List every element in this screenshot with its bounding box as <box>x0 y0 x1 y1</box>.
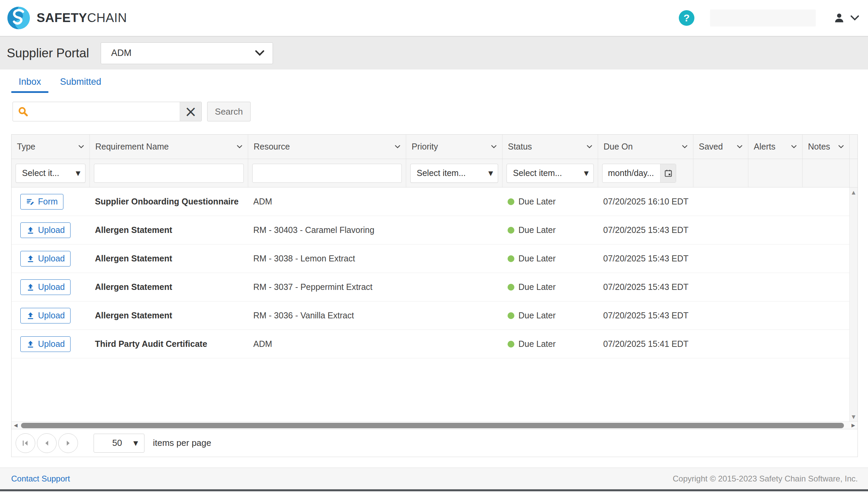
top-header: SAFETYCHAIN ? <box>0 0 868 37</box>
scroll-right-arrow-icon[interactable]: ▶ <box>851 422 855 428</box>
action-button[interactable]: Upload <box>20 308 71 323</box>
action-label: Upload <box>38 225 65 235</box>
action-button[interactable]: Upload <box>20 279 71 295</box>
column-header-alerts[interactable]: Alerts <box>748 135 802 159</box>
tab-inbox[interactable]: Inbox <box>11 75 48 93</box>
resource-value: RM - 30403 - Caramel Flavoring <box>253 225 374 235</box>
column-header-due-on[interactable]: Due On <box>598 135 693 159</box>
column-header-status[interactable]: Status <box>502 135 598 159</box>
supplier-select-chevron-icon <box>255 50 264 56</box>
status-dot-icon <box>508 227 514 234</box>
due-on-value: 07/20/2025 15:43 EDT <box>603 225 689 235</box>
action-button[interactable]: Upload <box>20 222 71 238</box>
calendar-icon <box>664 169 673 178</box>
column-menu-chevron-icon[interactable] <box>791 145 797 149</box>
vertical-scrollbar[interactable]: ▲ ▼ <box>849 188 857 421</box>
horizontal-scrollbar[interactable]: ◀ ▶ <box>12 421 857 429</box>
column-menu-chevron-icon[interactable] <box>491 145 497 149</box>
type-filter-dropdown[interactable]: Select it... ▼ <box>16 164 85 183</box>
page-size-select[interactable]: 50 ▼ <box>94 434 144 453</box>
resource-filter-input[interactable] <box>252 164 402 183</box>
scroll-down-arrow-icon[interactable]: ▼ <box>850 414 857 419</box>
column-menu-chevron-icon[interactable] <box>78 145 84 149</box>
search-icon <box>18 106 28 117</box>
table-row: Upload Allergen Statement RM - 3037 - Pe… <box>12 273 849 301</box>
status-label: Due Later <box>518 197 556 206</box>
column-header-notes[interactable]: Notes <box>802 135 849 159</box>
column-menu-chevron-icon[interactable] <box>395 145 400 149</box>
scroll-up-arrow-icon[interactable]: ▲ <box>850 190 857 195</box>
priority-filter-dropdown[interactable]: Select item... ▼ <box>410 164 498 183</box>
grid-filter-row: Select it... ▼ Select item... ▼ Select i… <box>12 159 857 188</box>
table-row: Upload Third Party Audit Certificate ADM… <box>12 330 849 358</box>
scroll-left-arrow-icon[interactable]: ◀ <box>14 422 18 428</box>
help-button[interactable]: ? <box>679 10 694 26</box>
horizontal-scrollbar-thumb[interactable] <box>21 423 844 428</box>
column-menu-chevron-icon[interactable] <box>737 145 743 149</box>
due-on-value: 07/20/2025 16:10 EDT <box>603 197 689 206</box>
form-icon <box>26 197 35 206</box>
grid-body: Form Supplier Onboarding Questionnaire A… <box>12 188 857 421</box>
page-size-value: 50 <box>112 438 122 448</box>
column-menu-chevron-icon[interactable] <box>682 145 688 149</box>
tab-strip: Inbox Submitted <box>11 75 868 93</box>
status-dot-icon <box>508 312 514 319</box>
action-label: Upload <box>38 282 65 292</box>
resource-value: RM - 3036 - Vanilla Extract <box>253 311 354 320</box>
due-on-value: 07/20/2025 15:43 EDT <box>603 282 689 292</box>
status-filter-dropdown[interactable]: Select item... ▼ <box>507 164 594 183</box>
requirement-name: Allergen Statement <box>95 282 172 292</box>
upload-icon <box>26 311 35 320</box>
resource-value: ADM <box>253 197 272 206</box>
previous-page-icon <box>43 439 51 447</box>
column-header-requirement-name[interactable]: Requirement Name <box>90 135 248 159</box>
next-page-button[interactable] <box>58 433 78 453</box>
table-row: Upload Allergen Statement RM - 30403 - C… <box>12 216 849 244</box>
status-label: Due Later <box>518 339 556 349</box>
user-name-placeholder[interactable] <box>710 9 816 26</box>
tab-submitted[interactable]: Submitted <box>53 75 109 93</box>
user-icon <box>833 12 845 24</box>
first-page-button[interactable] <box>16 433 35 453</box>
dropdown-arrow-icon: ▼ <box>488 170 493 177</box>
requirement-name: Allergen Statement <box>95 254 172 263</box>
action-button[interactable]: Upload <box>20 336 71 352</box>
upload-icon <box>26 283 35 292</box>
action-button[interactable]: Upload <box>20 251 71 267</box>
action-label: Upload <box>38 311 65 320</box>
requirement-name-filter-input[interactable] <box>94 164 244 183</box>
due-on-filter-input[interactable]: month/day... <box>603 168 660 178</box>
search-button[interactable]: Search <box>207 102 251 121</box>
column-header-priority[interactable]: Priority <box>406 135 502 159</box>
requirement-name: Supplier Onboarding Questionnaire <box>95 197 239 206</box>
grid-header-row: Type Requirement Name Resource Priority … <box>12 135 857 159</box>
status-label: Due Later <box>518 282 556 292</box>
date-picker-button[interactable] <box>660 164 676 182</box>
previous-page-button[interactable] <box>37 433 57 453</box>
due-on-value: 07/20/2025 15:41 EDT <box>603 339 689 349</box>
clear-search-button[interactable]: × <box>180 102 201 121</box>
status-label: Due Later <box>518 254 556 263</box>
column-menu-chevron-icon[interactable] <box>838 145 844 149</box>
search-input[interactable] <box>32 102 180 121</box>
user-menu-chevron-icon <box>850 15 859 21</box>
column-menu-chevron-icon[interactable] <box>237 145 242 149</box>
supplier-select[interactable]: ADM <box>101 42 273 64</box>
column-header-resource[interactable]: Resource <box>248 135 406 159</box>
column-menu-chevron-icon[interactable] <box>587 145 592 149</box>
user-menu-button[interactable] <box>833 12 859 24</box>
resource-value: RM - 3037 - Peppermint Extract <box>253 282 373 292</box>
upload-icon <box>26 254 35 263</box>
footer: Contact Support Copyright © 2015-2023 Sa… <box>0 468 868 489</box>
upload-icon <box>26 226 35 235</box>
contact-support-link[interactable]: Contact Support <box>11 474 70 484</box>
action-button[interactable]: Form <box>20 194 63 210</box>
action-label: Form <box>38 197 58 206</box>
due-on-value: 07/20/2025 15:43 EDT <box>603 254 689 263</box>
column-header-type[interactable]: Type <box>12 135 90 159</box>
action-label: Upload <box>38 339 65 349</box>
column-header-saved[interactable]: Saved <box>693 135 748 159</box>
resource-value: RM - 3038 - Lemon Extract <box>253 254 355 263</box>
requirements-grid: Type Requirement Name Resource Priority … <box>11 134 858 457</box>
dropdown-arrow-icon: ▼ <box>584 170 589 177</box>
